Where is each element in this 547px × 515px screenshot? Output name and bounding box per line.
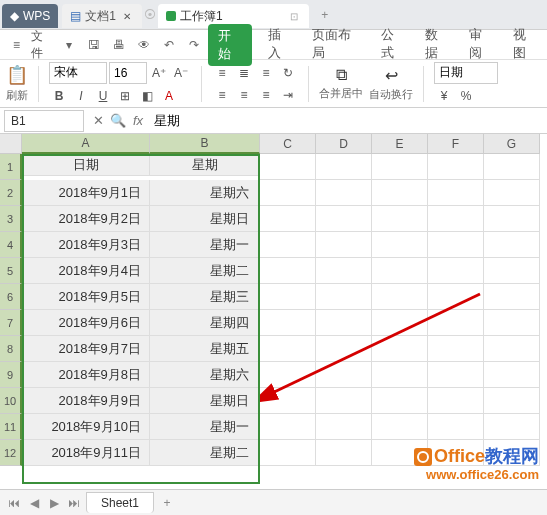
close-doc2-icon[interactable]: ⊡ — [287, 9, 301, 23]
currency-icon[interactable]: ¥ — [434, 86, 454, 106]
cell-D5[interactable] — [316, 258, 372, 284]
cell-A1[interactable]: 日期 — [22, 154, 150, 176]
cell-G8[interactable] — [484, 336, 540, 362]
cell-C7[interactable] — [260, 310, 316, 336]
cell-C10[interactable] — [260, 388, 316, 414]
sheet-tab-1[interactable]: Sheet1 — [86, 492, 154, 513]
undo-icon[interactable]: ↶ — [158, 34, 179, 56]
cell-B11[interactable]: 星期一 — [150, 414, 260, 440]
cell-E2[interactable] — [372, 180, 428, 206]
col-header-E[interactable]: E — [372, 134, 428, 154]
cell-A9[interactable]: 2018年9月8日 — [22, 362, 150, 388]
sheet-nav-next-icon[interactable]: ▶ — [46, 496, 62, 510]
indent-icon[interactable]: ⇥ — [278, 85, 298, 105]
bold-button[interactable]: B — [49, 86, 69, 106]
increase-font-icon[interactable]: A⁺ — [149, 63, 169, 83]
row-header-2[interactable]: 2 — [0, 180, 22, 206]
merge-button[interactable]: ⧉ 合并居中 — [319, 66, 363, 101]
row-header-3[interactable]: 3 — [0, 206, 22, 232]
cell-B1[interactable]: 星期 — [150, 154, 260, 176]
cell-D9[interactable] — [316, 362, 372, 388]
cell-F9[interactable] — [428, 362, 484, 388]
menu-icon[interactable]: ≡ — [6, 34, 27, 56]
cell-G6[interactable] — [484, 284, 540, 310]
cell-B12[interactable]: 星期二 — [150, 440, 260, 466]
cell-C1[interactable] — [260, 154, 316, 180]
italic-button[interactable]: I — [71, 86, 91, 106]
cell-A6[interactable]: 2018年9月5日 — [22, 284, 150, 310]
row-header-1[interactable]: 1 — [0, 154, 22, 180]
fill-color-button[interactable]: ◧ — [137, 86, 157, 106]
cell-C9[interactable] — [260, 362, 316, 388]
cell-B4[interactable]: 星期一 — [150, 232, 260, 258]
cell-B7[interactable]: 星期四 — [150, 310, 260, 336]
row-header-10[interactable]: 10 — [0, 388, 22, 414]
cell-B9[interactable]: 星期六 — [150, 362, 260, 388]
cell-G5[interactable] — [484, 258, 540, 284]
chevron-down-icon[interactable]: ▾ — [58, 34, 79, 56]
new-tab-button[interactable]: + — [315, 5, 335, 25]
align-center-icon[interactable]: ≡ — [234, 85, 254, 105]
cell-A12[interactable]: 2018年9月11日 — [22, 440, 150, 466]
percent-icon[interactable]: % — [456, 86, 476, 106]
cell-F6[interactable] — [428, 284, 484, 310]
redo-icon[interactable]: ↷ — [183, 34, 204, 56]
cell-D8[interactable] — [316, 336, 372, 362]
cell-F11[interactable] — [428, 414, 484, 440]
doc-tab-1[interactable]: ▤ 文档1 ✕ — [62, 4, 142, 28]
align-mid-icon[interactable]: ≣ — [234, 63, 254, 83]
row-header-9[interactable]: 9 — [0, 362, 22, 388]
formula-input[interactable] — [148, 110, 547, 132]
orientation-icon[interactable]: ↻ — [278, 63, 298, 83]
row-header-7[interactable]: 7 — [0, 310, 22, 336]
ribbon-tab-start[interactable]: 开始 — [208, 24, 252, 66]
cell-G1[interactable] — [484, 154, 540, 180]
cell-A8[interactable]: 2018年9月7日 — [22, 336, 150, 362]
cell-D1[interactable] — [316, 154, 372, 180]
cell-B5[interactable]: 星期二 — [150, 258, 260, 284]
col-header-B[interactable]: B — [150, 134, 260, 154]
cell-F4[interactable] — [428, 232, 484, 258]
cell-D3[interactable] — [316, 206, 372, 232]
cell-D7[interactable] — [316, 310, 372, 336]
cell-C5[interactable] — [260, 258, 316, 284]
cell-C2[interactable] — [260, 180, 316, 206]
underline-button[interactable]: U — [93, 86, 113, 106]
wrap-button[interactable]: ↩ 自动换行 — [369, 66, 413, 102]
row-header-5[interactable]: 5 — [0, 258, 22, 284]
cell-F10[interactable] — [428, 388, 484, 414]
number-format-combo[interactable] — [434, 62, 498, 84]
cell-F2[interactable] — [428, 180, 484, 206]
cell-E11[interactable] — [372, 414, 428, 440]
cell-A10[interactable]: 2018年9月9日 — [22, 388, 150, 414]
print-icon[interactable]: 🖶 — [108, 34, 129, 56]
align-bot-icon[interactable]: ≡ — [256, 63, 276, 83]
preview-icon[interactable]: 👁 — [133, 34, 154, 56]
cell-G9[interactable] — [484, 362, 540, 388]
cell-G4[interactable] — [484, 232, 540, 258]
cell-A2[interactable]: 2018年9月1日 — [22, 180, 150, 206]
ribbon-tab-view[interactable]: 视图 — [509, 24, 541, 66]
cell-G3[interactable] — [484, 206, 540, 232]
ribbon-tab-data[interactable]: 数据 — [421, 24, 453, 66]
cell-D11[interactable] — [316, 414, 372, 440]
cell-A5[interactable]: 2018年9月4日 — [22, 258, 150, 284]
col-header-C[interactable]: C — [260, 134, 316, 154]
font-color-button[interactable]: A — [159, 86, 179, 106]
cell-G10[interactable] — [484, 388, 540, 414]
cell-B6[interactable]: 星期三 — [150, 284, 260, 310]
cell-C4[interactable] — [260, 232, 316, 258]
cell-E8[interactable] — [372, 336, 428, 362]
cell-B10[interactable]: 星期日 — [150, 388, 260, 414]
cell-E1[interactable] — [372, 154, 428, 180]
cell-A7[interactable]: 2018年9月6日 — [22, 310, 150, 336]
align-right-icon[interactable]: ≡ — [256, 85, 276, 105]
cell-B8[interactable]: 星期五 — [150, 336, 260, 362]
cell-D4[interactable] — [316, 232, 372, 258]
align-top-icon[interactable]: ≡ — [212, 63, 232, 83]
select-all-corner[interactable] — [0, 134, 22, 154]
ribbon-tab-insert[interactable]: 插入 — [264, 24, 296, 66]
cell-F1[interactable] — [428, 154, 484, 180]
cancel-formula-icon[interactable]: ✕ — [88, 111, 108, 131]
file-menu[interactable]: 文件 — [31, 28, 54, 62]
